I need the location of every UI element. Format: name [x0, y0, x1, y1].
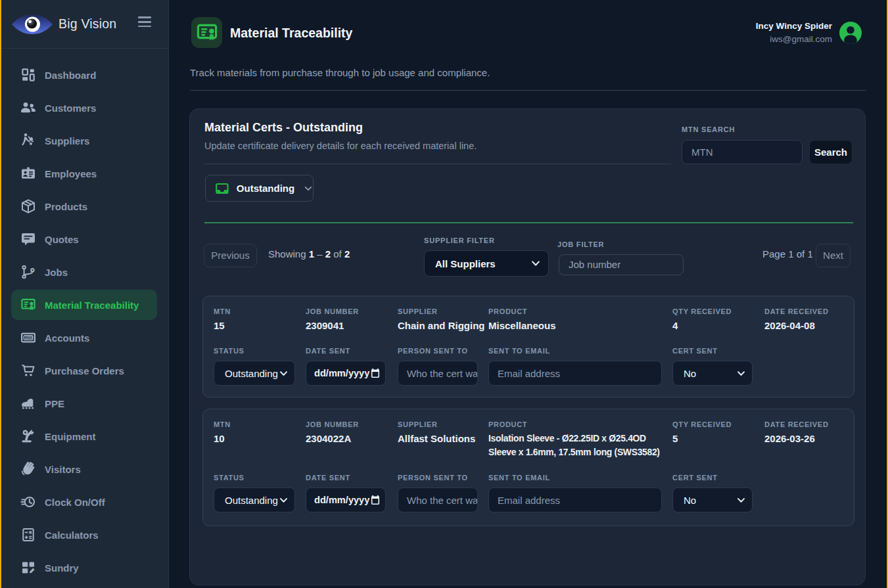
svg-text:100: 100 [24, 335, 32, 340]
